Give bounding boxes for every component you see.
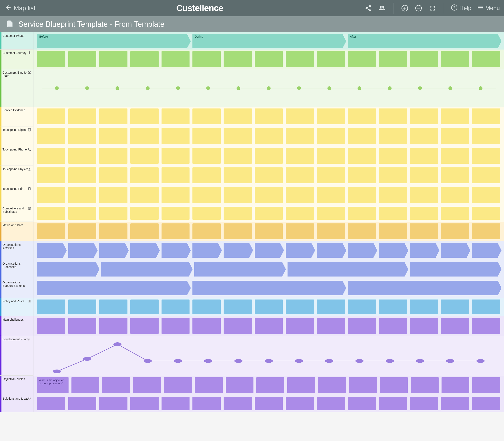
development-dot[interactable] [144,359,152,363]
activity-chevron[interactable] [192,243,218,258]
card[interactable] [410,128,438,144]
card[interactable] [349,377,377,393]
card[interactable] [99,397,127,410]
card[interactable] [255,318,283,334]
card[interactable] [348,128,376,144]
card[interactable] [441,299,469,314]
card[interactable] [162,109,190,124]
card[interactable] [37,167,65,183]
development-dot[interactable] [476,359,485,363]
card[interactable] [99,51,127,67]
card[interactable] [192,299,221,314]
card[interactable] [192,167,221,183]
card[interactable] [348,223,376,239]
card[interactable] [224,187,252,203]
development-dot[interactable] [264,359,273,363]
card[interactable] [317,51,345,67]
card[interactable] [286,128,314,144]
card[interactable] [37,51,65,67]
card[interactable] [317,167,345,183]
emotional-dot[interactable] [176,86,180,90]
emotional-dot[interactable] [237,86,240,90]
activity-chevron[interactable] [224,243,249,258]
emotional-dot[interactable] [85,86,89,90]
lane-label-metric[interactable]: Metric and Data [0,222,33,241]
card[interactable] [99,187,127,203]
emotional-dot[interactable] [448,86,452,90]
development-dot[interactable] [416,359,424,363]
card[interactable] [256,377,284,393]
card[interactable] [99,299,127,314]
card[interactable] [224,299,252,314]
lane-row-tp_digital[interactable] [33,126,504,146]
card[interactable] [192,318,221,334]
lane-row-org_proc[interactable] [33,260,504,279]
card[interactable] [99,109,127,124]
process-chevron[interactable] [37,262,96,277]
card[interactable] [379,128,407,144]
card[interactable] [410,109,438,124]
card[interactable] [192,148,221,164]
lane-label-tp_physical[interactable]: Touchpoint: Physical [0,166,33,185]
lane-row-phase[interactable]: BeforeDuringAfter [33,32,504,49]
zoom-in-icon[interactable] [400,4,409,12]
card[interactable] [164,377,192,393]
lane-label-evidence[interactable]: Service Evidence [0,107,33,126]
fullscreen-icon[interactable] [428,4,437,12]
card[interactable] [255,51,283,67]
collaborators-icon[interactable] [378,4,386,12]
card[interactable] [441,148,469,164]
card[interactable] [441,109,469,124]
lane-row-objective[interactable]: What is the objective of the improvement… [33,376,504,395]
emotional-dot[interactable] [357,86,361,90]
development-dot[interactable] [325,359,333,363]
card[interactable] [348,318,376,334]
development-dot[interactable] [386,359,394,363]
card[interactable] [472,377,500,393]
card[interactable] [379,223,407,239]
card[interactable] [130,167,159,183]
card[interactable] [37,128,65,144]
card[interactable] [162,128,190,144]
emotional-dot[interactable] [479,86,483,90]
card[interactable] [379,318,407,334]
card[interactable] [286,318,314,334]
activity-chevron[interactable] [130,243,156,258]
process-chevron[interactable] [288,262,405,277]
card[interactable] [286,167,314,183]
activity-chevron[interactable] [410,243,436,258]
card[interactable] [379,299,407,314]
card[interactable] [192,397,221,410]
card[interactable] [130,299,159,314]
card[interactable] [348,207,376,220]
development-dot[interactable] [53,370,61,373]
card[interactable] [99,207,127,220]
card[interactable] [379,148,407,164]
card[interactable] [224,223,252,239]
lane-label-org_proc[interactable]: Organisations Processes [0,260,33,279]
card[interactable] [380,377,408,393]
process-chevron[interactable] [410,262,498,277]
card[interactable] [102,377,130,393]
card[interactable] [224,109,252,124]
lane-label-challenges[interactable]: Main challenges [0,316,33,336]
card[interactable] [162,167,190,183]
card[interactable] [317,128,345,144]
card[interactable] [317,299,345,314]
card[interactable] [410,318,438,334]
emotional-dot[interactable] [146,86,150,90]
activity-chevron[interactable] [99,243,125,258]
card[interactable] [226,377,254,393]
lane-row-journey[interactable] [33,49,504,69]
card[interactable] [37,187,65,203]
card[interactable] [37,223,65,239]
card[interactable] [37,299,65,314]
card[interactable] [317,223,345,239]
card[interactable] [130,128,159,144]
card[interactable] [255,299,283,314]
card[interactable] [348,397,376,410]
card[interactable] [162,318,190,334]
development-dot[interactable] [446,359,454,363]
card[interactable] [255,128,283,144]
card[interactable] [472,51,500,67]
